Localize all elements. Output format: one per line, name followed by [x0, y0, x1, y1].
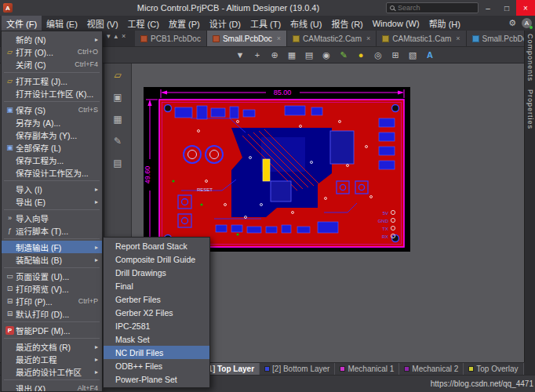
fab-item-mask-set[interactable]: Mask Set — [104, 332, 209, 346]
gear-icon[interactable]: ⚙ — [508, 18, 516, 28]
layer-tab-mechanical-1[interactable]: Mechanical 1 — [335, 363, 399, 375]
file-menu-item-default-prints[interactable]: ⊟默认打印 (D)... — [2, 307, 102, 320]
minimize-button[interactable]: – — [479, 0, 497, 16]
search-input[interactable] — [398, 4, 475, 12]
file-menu-item-import-wizard[interactable]: »导入向导 — [2, 212, 102, 224]
menu-edit[interactable]: 编辑 (E) — [42, 16, 82, 31]
layers-icon[interactable]: ▤ — [113, 158, 122, 169]
user-avatar[interactable]: A — [522, 18, 532, 28]
pcb-board-graphic[interactable]: 85.00 49.60 — [144, 87, 410, 252]
polygon-icon[interactable]: ▧ — [405, 48, 420, 62]
folder-icon[interactable]: ▱ — [114, 70, 121, 81]
file-menu-item-exit[interactable]: 退出 (X)Alt+F4 — [2, 382, 102, 392]
file-menu-item-save[interactable]: ▣保存 (S)Ctrl+S — [2, 103, 102, 116]
maximize-button[interactable]: □ — [497, 0, 516, 16]
file-menu-item-new[interactable]: 新的 (N)▸ — [2, 33, 102, 45]
file-menu-item-save-all[interactable]: ▣全部保存 (L) — [2, 141, 102, 154]
doc-tab-camtastic2[interactable]: CAMtastic2.Cam × — [287, 31, 377, 46]
panel-close-icon[interactable]: × — [122, 32, 126, 40]
fab-item-composite-drill-guide[interactable]: Composite Drill Guide — [104, 252, 209, 266]
file-menu-item-open-workspace[interactable]: 打开设计工作区 (K)... — [2, 87, 102, 100]
menu-design[interactable]: 设计 (D) — [205, 16, 246, 31]
layer-stack-icon[interactable]: ▤ — [301, 48, 317, 62]
add-icon[interactable]: + — [249, 48, 265, 62]
fab-item-drill-drawings[interactable]: Drill Drawings — [104, 266, 209, 279]
file-menu-item-recent-workspaces[interactable]: 最近的设计工作区▸ — [2, 365, 102, 378]
menu-project[interactable]: 工程 (C) — [123, 16, 164, 31]
file-menu-item-fabrication-outputs[interactable]: 制造输出 (F)▸ — [2, 241, 102, 253]
file-menu-item-export[interactable]: 导出 (E)▸ — [2, 195, 102, 208]
draw-icon[interactable]: ✎ — [336, 48, 351, 62]
file-menu-item-run-script[interactable]: ƒ运行脚本 (T)... — [2, 224, 102, 237]
close-button[interactable]: × — [516, 0, 535, 16]
header-label-5v: 5V — [383, 211, 388, 216]
menu-separator — [4, 72, 100, 73]
menu-view[interactable]: 视图 (V) — [82, 16, 123, 31]
file-menu-item-import[interactable]: 导入 (I)▸ — [2, 183, 102, 195]
file-menu-item-assembly-outputs[interactable]: 装配输出 (B)▸ — [2, 253, 102, 266]
file-menu-item-open-project[interactable]: ▱打开工程 (J)... — [2, 74, 102, 87]
layer-tab-top-overlay[interactable]: Top Overlay — [464, 363, 523, 375]
fab-item-final[interactable]: Final — [104, 279, 209, 292]
menu-tools[interactable]: 工具 (T) — [246, 16, 286, 31]
file-menu-item-open[interactable]: ▱打开 (O)...Ctrl+O — [2, 45, 102, 58]
pad-icon[interactable]: ◎ — [370, 48, 386, 62]
fab-item-gerber-files[interactable]: Gerber Files — [104, 292, 209, 306]
text-tool-icon[interactable]: A — [422, 48, 438, 62]
doc-tab-pcb1[interactable]: PCB1.PcbDoc — [135, 31, 207, 46]
save-icon[interactable]: ▣ — [113, 92, 122, 103]
search-icon — [390, 5, 395, 10]
menu-separator — [4, 338, 100, 339]
edit-icon[interactable]: ✎ — [114, 136, 122, 147]
tab-close-icon[interactable]: × — [456, 34, 460, 42]
menu-route[interactable]: 布线 (U) — [286, 16, 326, 31]
tab-close-icon[interactable]: × — [366, 34, 370, 42]
fab-item-power-plane-set[interactable]: Power-Plane Set — [104, 372, 209, 386]
file-menu-item-save-project-as[interactable]: 保存工程为... — [2, 154, 102, 166]
global-search[interactable] — [386, 2, 479, 13]
menu-window[interactable]: Window (W) — [368, 17, 424, 30]
fab-item-ipc-2581[interactable]: IPC-2581 — [104, 319, 209, 332]
menu-help[interactable]: 帮助 (H) — [424, 16, 465, 31]
panel-dropdown-icon[interactable]: ▾ — [107, 32, 111, 40]
pcb-document-view[interactable]: 85.00 49.60 — [144, 87, 410, 252]
file-menu-item-save-copy-as[interactable]: 保存副本为 (Y)... — [2, 129, 102, 141]
file-menu-item-print-preview[interactable]: ⊡打印预览 (V)... — [2, 282, 102, 295]
doc-tab-camtastic1[interactable]: CAMtastic1.Cam × — [377, 31, 466, 46]
file-menu-item-recent-documents[interactable]: 最近的文档 (R)▸ — [2, 340, 102, 353]
cam-doc-icon — [293, 35, 300, 42]
layer-color-chip — [264, 366, 270, 372]
fab-item-gerber-x2-files[interactable]: Gerber X2 Files — [104, 306, 209, 319]
highlight-icon[interactable]: ● — [353, 48, 369, 62]
menu-file[interactable]: 文件 (F) — [2, 16, 42, 31]
panel-tab-properties[interactable]: Properties — [526, 89, 534, 129]
file-menu-item-smart-pdf[interactable]: P智能PDF (M)... — [2, 324, 102, 336]
doc-tab-small-pcbdoc[interactable]: Small.PcbDoc × — [207, 31, 287, 46]
fab-item-nc-drill-files[interactable]: NC Drill Files — [104, 346, 209, 359]
file-menu-item-close[interactable]: 关闭 (C)Ctrl+F4 — [2, 58, 102, 71]
file-menu-item-save-workspace-as[interactable]: 保存设计工作区为... — [2, 166, 102, 179]
fab-item-odbpp-files[interactable]: ODB++ Files — [104, 359, 209, 372]
file-menu-item-recent-projects[interactable]: 最近的工程▸ — [2, 353, 102, 365]
tab-close-icon[interactable]: × — [277, 34, 281, 42]
file-menu-item-save-as[interactable]: 另存为 (A)... — [2, 116, 102, 129]
menu-reports[interactable]: 报告 (R) — [326, 16, 367, 31]
file-menu-item-page-setup[interactable]: ▭页面设置 (U)... — [2, 270, 102, 282]
file-menu-item-print[interactable]: ⊟打印 (P)...Ctrl+P — [2, 295, 102, 307]
board-view-icon[interactable]: ▦ — [113, 114, 122, 125]
filter-icon[interactable]: ▼ — [232, 48, 248, 62]
board-icon[interactable]: ▦ — [284, 48, 300, 62]
script-icon: ƒ — [4, 227, 16, 234]
panel-pin-icon[interactable]: ▴ — [115, 32, 118, 40]
layer-tab-mechanical-2[interactable]: Mechanical 2 — [399, 363, 464, 375]
title-bar: A Micro Control.PrjPCB - Altium Designer… — [0, 0, 535, 16]
fab-item-report-board-stack[interactable]: Report Board Stack — [104, 239, 209, 252]
menu-place[interactable]: 放置 (P) — [164, 16, 205, 31]
page-setup-icon: ▭ — [4, 272, 16, 280]
save-icon: ▣ — [4, 106, 16, 114]
grid-icon[interactable]: ⊞ — [388, 48, 403, 62]
panel-tab-components[interactable]: Components — [526, 34, 534, 82]
via-icon[interactable]: ⊕ — [267, 48, 282, 62]
layer-tab-bottom-layer[interactable]: [2] Bottom Layer — [260, 363, 335, 375]
drill-icon[interactable]: ◉ — [318, 48, 334, 62]
